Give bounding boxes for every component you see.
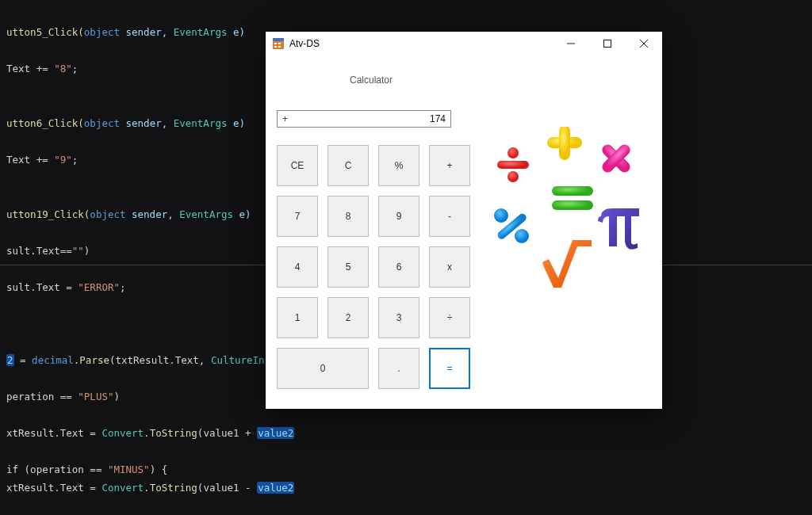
divide-icon [497, 147, 529, 182]
decimal-button[interactable]: . [378, 348, 419, 389]
minus-button[interactable]: - [429, 196, 470, 237]
keypad: CE C % + 7 8 9 - 4 5 6 x 1 2 3 ÷ 0 . = [277, 145, 470, 389]
digit-5-button[interactable]: 5 [327, 246, 369, 288]
svg-rect-7 [604, 40, 611, 48]
svg-point-21 [515, 229, 529, 243]
window-title: Atv-DS [289, 38, 320, 49]
percent-icon [494, 208, 529, 243]
plus-icon [547, 127, 582, 160]
percent-button[interactable]: % [378, 145, 419, 186]
digit-6-button[interactable]: 6 [378, 246, 419, 288]
svg-rect-17 [552, 186, 593, 196]
digit-9-button[interactable]: 9 [378, 196, 419, 237]
plus-button[interactable]: + [429, 145, 470, 186]
maximize-button[interactable] [589, 32, 626, 55]
sqrt-icon [542, 240, 592, 288]
pi-icon [598, 208, 639, 250]
c-button[interactable]: C [327, 145, 369, 186]
app-icon [272, 37, 285, 50]
multiply-icon [592, 134, 641, 183]
display-operator: + [278, 113, 288, 124]
close-button[interactable] [626, 32, 662, 55]
digit-2-button[interactable]: 2 [327, 297, 369, 338]
equals-button[interactable]: = [429, 348, 470, 389]
digit-0-button[interactable]: 0 [277, 348, 369, 389]
svg-rect-3 [278, 43, 281, 44]
svg-rect-4 [274, 46, 277, 48]
svg-point-14 [508, 147, 519, 158]
svg-rect-15 [497, 161, 529, 169]
calculator-display[interactable]: + 174 [277, 110, 451, 128]
minimize-button[interactable] [553, 32, 589, 55]
ce-button[interactable]: CE [277, 145, 318, 186]
digit-8-button[interactable]: 8 [327, 196, 369, 237]
calculator-window: Atv-DS Calculator + 174 CE C % + 7 8 9 -… [266, 32, 662, 409]
digit-1-button[interactable]: 1 [277, 297, 318, 338]
svg-rect-11 [559, 127, 570, 160]
math-symbols-image [481, 127, 648, 293]
digit-7-button[interactable]: 7 [277, 196, 318, 237]
calculator-heading: Calculator [350, 74, 393, 86]
digit-4-button[interactable]: 4 [277, 246, 318, 288]
titlebar[interactable]: Atv-DS [266, 32, 662, 55]
digit-3-button[interactable]: 3 [378, 297, 419, 338]
svg-rect-5 [278, 46, 281, 48]
svg-rect-1 [273, 38, 284, 41]
divide-button[interactable]: ÷ [429, 297, 470, 338]
svg-rect-18 [552, 200, 593, 210]
multiply-button[interactable]: x [429, 246, 470, 288]
svg-point-16 [508, 171, 519, 182]
svg-point-19 [494, 208, 508, 223]
svg-rect-2 [274, 43, 277, 44]
display-value: 174 [288, 113, 450, 124]
equals-icon [552, 186, 593, 210]
